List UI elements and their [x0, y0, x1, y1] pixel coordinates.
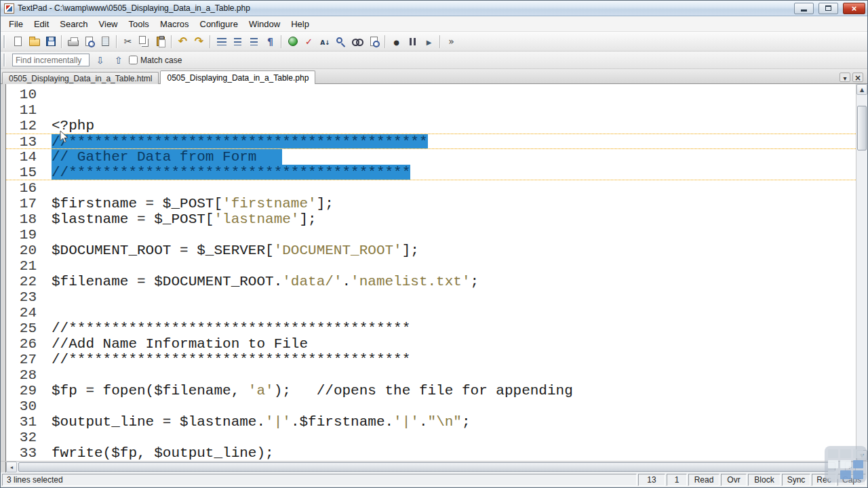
maximize-button[interactable]: [818, 3, 838, 14]
magnifier-icon: [336, 37, 342, 43]
code-editor[interactable]: 101112<?php13//*************************…: [6, 84, 856, 461]
code-line-10[interactable]: 10: [6, 87, 856, 102]
tab-list-dropdown-button[interactable]: [840, 73, 850, 82]
page-icon: [14, 37, 22, 46]
spell-check-icon[interactable]: [301, 34, 317, 49]
code-line-27[interactable]: 27//************************************…: [6, 352, 856, 367]
watermark-cell: [828, 470, 838, 479]
menu-view[interactable]: View: [94, 18, 123, 30]
horizontal-scroll-thumb[interactable]: [18, 462, 835, 472]
menu-search[interactable]: Search: [54, 18, 93, 30]
code-line-16[interactable]: 16: [6, 180, 856, 196]
play-triangle-icon: [427, 36, 432, 47]
code-line-32[interactable]: 32: [6, 430, 856, 445]
code-line-31[interactable]: 31$output_line = $lastname.'|'.$firstnam…: [6, 414, 856, 430]
minimize-button[interactable]: [794, 3, 814, 14]
menu-tools[interactable]: Tools: [123, 18, 155, 30]
code-line-13[interactable]: 13//************************************…: [6, 134, 856, 149]
show-formatting-icon[interactable]: [262, 34, 278, 49]
code-line-26[interactable]: 26//Add Name Information to File: [6, 336, 856, 352]
watermark-cell: [828, 460, 838, 469]
view-file-icon[interactable]: [350, 34, 366, 49]
code-line-24[interactable]: 24: [6, 305, 856, 321]
glasses-icon: [352, 39, 363, 45]
scroll-up-button[interactable]: ▲: [856, 84, 867, 95]
sort-icon[interactable]: [317, 34, 333, 49]
code-line-20[interactable]: 20$DOCUMENT_ROOT = $_SERVER['DOCUMENT_RO…: [6, 243, 856, 258]
code-text: //**************************************…: [52, 352, 410, 367]
tab-html-document[interactable]: 0505_Displaying_Data_in_a_Table.html: [2, 72, 159, 84]
code-line-15[interactable]: 15//************************************…: [6, 165, 856, 180]
findbar-grip[interactable]: [3, 54, 7, 66]
maximize-icon: [825, 5, 831, 11]
scroll-left-button[interactable]: ◂: [6, 462, 17, 472]
code-line-33[interactable]: 33fwrite($fp, $output_line);: [6, 445, 856, 461]
menu-window[interactable]: Window: [243, 18, 285, 30]
text-lines-icon: [217, 38, 226, 45]
code-line-14[interactable]: 14// Gather Data from Form: [6, 149, 856, 165]
menu-macros[interactable]: Macros: [155, 18, 195, 30]
textpad-app-icon[interactable]: [4, 3, 14, 14]
find-previous-button[interactable]: [111, 52, 126, 68]
code-line-21[interactable]: 21: [6, 258, 856, 274]
status-overtype[interactable]: Ovr: [721, 474, 747, 486]
find-in-files-icon[interactable]: [366, 34, 382, 49]
vertical-scroll-thumb[interactable]: [857, 106, 867, 150]
toolbar-grip[interactable]: [3, 35, 7, 48]
copy-icon[interactable]: [136, 34, 152, 49]
code-line-23[interactable]: 23: [6, 289, 856, 305]
status-bar: 3 lines selected 13 1 Read Ovr Block Syn…: [1, 472, 867, 487]
status-sync[interactable]: Sync: [782, 474, 810, 486]
play-macro-icon[interactable]: [421, 34, 437, 49]
print-icon[interactable]: [65, 34, 81, 49]
undo-icon[interactable]: [175, 34, 191, 49]
close-button[interactable]: ×: [843, 3, 865, 14]
code-line-25[interactable]: 25//************************************…: [6, 321, 856, 336]
find-incrementally-input[interactable]: [12, 54, 90, 66]
cut-icon[interactable]: [120, 34, 136, 49]
code-line-17[interactable]: 17$firstname = $_POST['firstname'];: [6, 196, 856, 211]
save-file-icon[interactable]: [43, 34, 58, 49]
status-block[interactable]: Block: [748, 474, 781, 486]
record-macro-icon[interactable]: [389, 34, 404, 49]
find-next-button[interactable]: [92, 52, 108, 68]
unindent-icon[interactable]: [246, 34, 262, 49]
menu-help[interactable]: Help: [285, 18, 315, 30]
menu-edit[interactable]: Edit: [28, 18, 54, 30]
print-preview-icon[interactable]: [81, 34, 97, 49]
code-text: $lastname = $_POST['lastname'];: [52, 211, 317, 227]
vertical-scroll-track[interactable]: [856, 95, 867, 450]
menu-configure[interactable]: Configure: [195, 18, 243, 30]
vertical-scrollbar[interactable]: ▲ ▼: [856, 84, 867, 461]
redo-icon[interactable]: [191, 34, 207, 49]
code-line-22[interactable]: 22$filename = $DOCUMENT_ROOT.'data/'.'na…: [6, 274, 856, 289]
tab-php-document[interactable]: 0505_Displaying_Data_in_a_Table.php: [160, 70, 315, 84]
paste-icon[interactable]: [153, 34, 168, 49]
code-line-11[interactable]: 11: [6, 102, 856, 118]
match-case-checkbox[interactable]: [129, 56, 138, 64]
code-line-28[interactable]: 28: [6, 367, 856, 383]
tab-close-button[interactable]: [852, 73, 863, 82]
code-line-30[interactable]: 30: [6, 399, 856, 414]
code-line-29[interactable]: 29$fp = fopen($filename, 'a'); //opens t…: [6, 383, 856, 399]
open-file-icon[interactable]: [26, 34, 42, 49]
new-document-icon[interactable]: [10, 34, 26, 49]
toolbar-separator: [210, 35, 211, 48]
line-number: 33: [6, 445, 37, 461]
view-in-web-browser-icon[interactable]: [285, 34, 300, 49]
main-toolbar: [1, 32, 867, 52]
pause-macro-icon[interactable]: [405, 34, 420, 49]
menu-file[interactable]: File: [3, 18, 28, 30]
horizontal-scroll-track[interactable]: [17, 462, 845, 472]
line-number: 27: [6, 352, 37, 367]
code-line-18[interactable]: 18$lastname = $_POST['lastname'];: [6, 211, 856, 227]
indent-icon[interactable]: [230, 34, 245, 49]
code-line-12[interactable]: 12<?php: [6, 118, 856, 134]
find-icon[interactable]: [334, 34, 349, 49]
status-read[interactable]: Read: [688, 474, 719, 486]
toolbar-options-icon[interactable]: [443, 34, 459, 49]
document-properties-icon[interactable]: [98, 34, 113, 49]
reformat-icon[interactable]: [214, 34, 229, 49]
code-line-19[interactable]: 19: [6, 227, 856, 243]
code-text: $fp = fopen($filename, 'a'); //opens the…: [52, 383, 573, 399]
